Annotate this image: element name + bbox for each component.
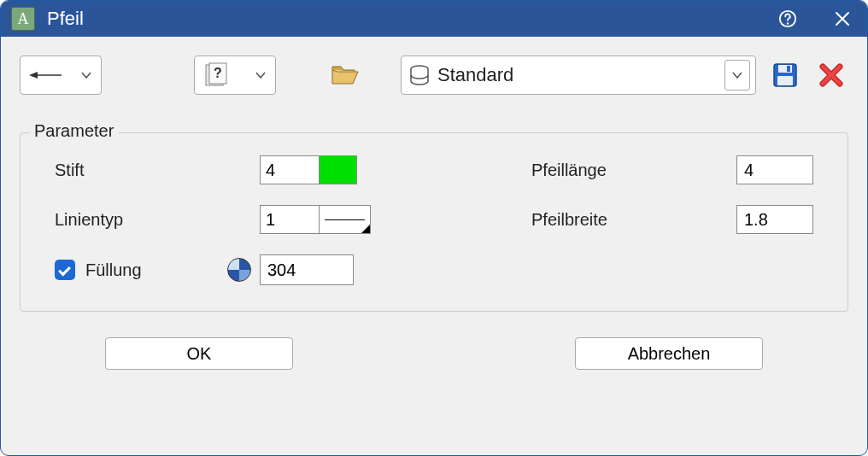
pfeillaenge-label: Pfeillänge xyxy=(523,161,736,180)
template-icon: ? xyxy=(203,62,229,88)
delete-icon xyxy=(818,62,844,88)
ok-button[interactable]: OK xyxy=(105,337,293,370)
svg-point-1 xyxy=(787,22,789,24)
chevron-down-icon xyxy=(255,69,267,81)
save-icon xyxy=(771,61,799,89)
preset-combo[interactable]: Standard xyxy=(401,56,756,95)
fuellung-label: Füllung xyxy=(85,260,142,280)
linetype-preview[interactable] xyxy=(320,205,371,234)
svg-text:?: ? xyxy=(214,66,222,80)
svg-rect-11 xyxy=(777,76,793,85)
stift-color-swatch[interactable] xyxy=(320,155,357,184)
dialog-content: ? Standard xyxy=(1,37,867,455)
svg-marker-3 xyxy=(29,72,38,79)
svg-rect-10 xyxy=(787,66,790,72)
help-button[interactable] xyxy=(773,4,802,33)
pfeilbreite-label: Pfeilbreite xyxy=(523,210,736,230)
delete-preset-button[interactable] xyxy=(814,58,848,92)
database-icon xyxy=(408,64,431,86)
save-preset-button[interactable] xyxy=(768,58,802,92)
pfeillaenge-input[interactable] xyxy=(736,155,813,184)
toolbar: ? Standard xyxy=(20,56,848,95)
stift-input[interactable] xyxy=(260,155,320,184)
linientyp-input[interactable] xyxy=(260,205,320,234)
arrow-style-dropdown[interactable] xyxy=(20,56,102,95)
dialog-window: A Pfeil xyxy=(0,0,868,456)
fieldset-legend: Parameter xyxy=(29,121,119,141)
linientyp-label: Linientyp xyxy=(46,210,260,230)
pfeilbreite-input[interactable] xyxy=(736,205,813,234)
fuellung-checkbox[interactable] xyxy=(55,260,75,280)
window-title: Pfeil xyxy=(47,8,773,30)
close-button[interactable] xyxy=(828,4,857,33)
app-icon: A xyxy=(11,7,35,31)
arrow-left-icon xyxy=(29,69,63,81)
chevron-down-icon xyxy=(731,69,743,81)
preset-label: Standard xyxy=(431,64,724,86)
cancel-button[interactable]: Abbrechen xyxy=(575,337,763,370)
close-icon xyxy=(835,11,850,26)
titlebar: A Pfeil xyxy=(1,1,867,37)
fill-color-icon[interactable] xyxy=(227,258,251,282)
chevron-down-icon xyxy=(80,69,92,81)
folder-open-icon xyxy=(331,63,360,87)
template-dropdown[interactable]: ? xyxy=(194,56,276,95)
preset-dropdown-button[interactable] xyxy=(724,60,750,91)
dialog-buttons: OK Abbrechen xyxy=(20,337,848,370)
fuellung-input[interactable] xyxy=(260,254,354,285)
parameter-fieldset: Parameter Stift Pfeillänge Linientyp xyxy=(20,132,848,312)
stift-label: Stift xyxy=(46,161,260,180)
open-folder-button[interactable] xyxy=(326,63,365,87)
help-icon xyxy=(778,9,797,28)
